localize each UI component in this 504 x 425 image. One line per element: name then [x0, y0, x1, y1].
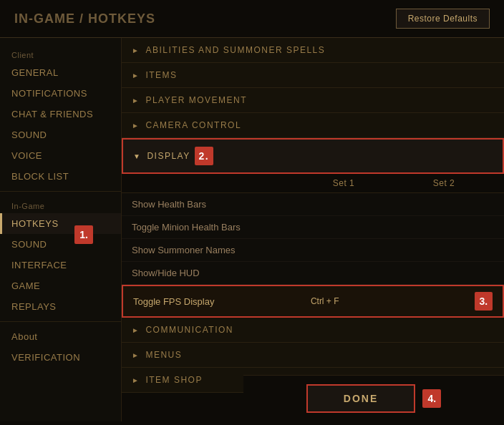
- arrow-icon-abilities: ►: [132, 47, 140, 54]
- sidebar-item-replays[interactable]: REPLAYS: [0, 296, 121, 317]
- sidebar-divider: [0, 191, 121, 192]
- breadcrumb-prefix: IN-GAME /: [14, 11, 88, 26]
- set1-label: Set 1: [294, 178, 394, 188]
- section-abilities-label: ABILITIES AND SUMMONER SPELLS: [145, 45, 325, 55]
- arrow-icon-items: ►: [132, 72, 140, 79]
- content-inner: ► ABILITIES AND SUMMONER SPELLS ► ITEMS …: [122, 38, 504, 421]
- sidebar-item-block-list[interactable]: BLOCK LIST: [0, 166, 121, 187]
- annotation-3: 3.: [475, 292, 493, 311]
- section-communication-label: COMMUNICATION: [145, 325, 233, 335]
- section-items[interactable]: ► ITEMS: [122, 63, 504, 88]
- set-headers-row: Set 1 Set 2: [122, 174, 504, 193]
- arrow-icon-communication: ►: [132, 326, 140, 334]
- section-camera-label: CAMERA CONTROL: [145, 120, 241, 130]
- sidebar-item-chat-friends[interactable]: CHAT & FRIENDS: [0, 104, 121, 124]
- sidebar-item-about[interactable]: About: [0, 326, 121, 347]
- sidebar-item-general[interactable]: GENERAL: [0, 62, 121, 83]
- sidebar-item-verification[interactable]: VERIFICATION: [0, 347, 121, 368]
- arrow-icon-movement: ►: [132, 97, 140, 104]
- section-display-label: DISPLAY: [147, 151, 190, 161]
- sidebar-item-sound-client[interactable]: SOUND: [0, 124, 121, 145]
- hotkey-name-health-bars: Show Health Bars: [132, 199, 294, 210]
- annotation-4: 4.: [422, 389, 441, 408]
- sidebar-section-client: Client: [0, 45, 121, 62]
- sidebar-section-ingame: In-Game: [0, 196, 121, 213]
- arrow-icon-menus: ►: [132, 351, 140, 359]
- sidebar-divider-2: [0, 321, 121, 322]
- arrow-icon-display: ▼: [133, 152, 141, 160]
- sidebar-item-hotkeys[interactable]: HOTKEYS: [0, 213, 121, 234]
- hotkey-row-hud[interactable]: Show/Hide HUD: [122, 262, 504, 285]
- hotkey-row-health-bars[interactable]: Show Health Bars: [122, 193, 504, 216]
- content-area: ► ABILITIES AND SUMMONER SPELLS ► ITEMS …: [122, 38, 504, 421]
- breadcrumb-current: HOTKEYS: [88, 11, 155, 26]
- annotation-2: 2.: [195, 147, 213, 165]
- arrow-icon-item-shop: ►: [132, 376, 140, 384]
- hotkey-row-summoner-names[interactable]: Show Summoner Names: [122, 239, 504, 262]
- set2-label: Set 2: [394, 178, 494, 188]
- section-communication[interactable]: ► COMMUNICATION: [122, 318, 504, 343]
- page-title: IN-GAME / HOTKEYS: [14, 11, 155, 26]
- hotkey-name-summoner: Show Summoner Names: [132, 245, 294, 255]
- sidebar: Client GENERAL NOTIFICATIONS CHAT & FRIE…: [0, 38, 122, 421]
- hotkey-set1-fps: Ctrl + F: [276, 296, 373, 306]
- restore-defaults-button[interactable]: Restore Defaults: [396, 9, 490, 29]
- hotkey-row-minion-bars[interactable]: Toggle Minion Health Bars: [122, 216, 504, 239]
- section-menus[interactable]: ► MENUS: [122, 343, 504, 368]
- sidebar-item-sound-ingame[interactable]: SOUND: [0, 234, 121, 255]
- footer: DONE 4.: [243, 375, 504, 421]
- sidebar-item-interface[interactable]: INTERFACE: [0, 255, 121, 275]
- section-item-shop-label: ITEM SHOP: [145, 375, 203, 385]
- hotkey-row-fps[interactable]: Toggle FPS Display Ctrl + F 3.: [122, 285, 504, 318]
- section-menus-label: MENUS: [145, 350, 182, 360]
- sidebar-item-game[interactable]: GAME: [0, 275, 121, 296]
- section-items-label: ITEMS: [145, 70, 177, 80]
- sidebar-item-notifications[interactable]: NOTIFICATIONS: [0, 83, 121, 104]
- header: IN-GAME / HOTKEYS Restore Defaults: [0, 0, 504, 38]
- main-layout: Client GENERAL NOTIFICATIONS CHAT & FRIE…: [0, 38, 504, 421]
- section-abilities[interactable]: ► ABILITIES AND SUMMONER SPELLS: [122, 38, 504, 63]
- arrow-icon-camera: ►: [132, 122, 140, 130]
- section-movement-label: PLAYER MOVEMENT: [145, 95, 247, 105]
- hotkey-name-fps: Toggle FPS Display: [133, 296, 276, 307]
- set-spacer: [132, 178, 294, 188]
- sidebar-item-voice[interactable]: VOICE: [0, 145, 121, 166]
- done-button[interactable]: DONE: [306, 384, 415, 413]
- section-player-movement[interactable]: ► PLAYER MOVEMENT: [122, 88, 504, 113]
- section-display-header[interactable]: ▼ DISPLAY 2.: [122, 138, 504, 174]
- hotkey-name-minion-bars: Toggle Minion Health Bars: [132, 222, 294, 233]
- hotkey-name-hud: Show/Hide HUD: [132, 268, 294, 278]
- section-camera[interactable]: ► CAMERA CONTROL: [122, 113, 504, 138]
